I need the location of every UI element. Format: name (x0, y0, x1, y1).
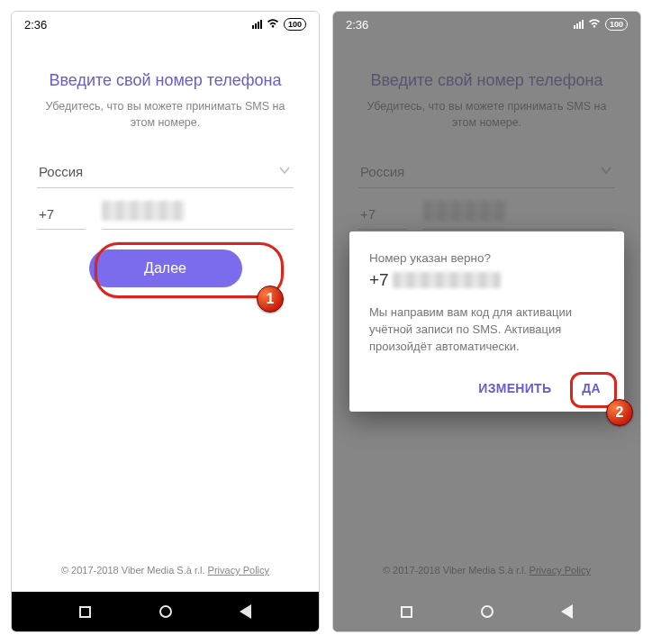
recents-icon[interactable] (401, 606, 412, 618)
page-subtitle: Убедитесь, что вы можете принимать SMS н… (358, 99, 615, 131)
footer: © 2017-2018 Viber Media S.à r.l. Privacy… (358, 565, 615, 585)
page-title: Введите свой номер телефона (37, 71, 294, 90)
country-value: Россия (39, 164, 83, 179)
status-icons: 100 (574, 18, 628, 31)
status-bar: 2:36 100 (12, 12, 319, 37)
wifi-icon (588, 18, 601, 31)
wifi-icon (267, 18, 279, 31)
redacted-number (393, 272, 501, 288)
registration-screen: Введите свой номер телефона Убедитесь, ч… (12, 37, 319, 592)
signal-icon (574, 20, 584, 29)
callout-highlight-1 (95, 242, 284, 298)
dialog-question: Номер указан верно? (369, 251, 604, 265)
home-icon[interactable] (159, 605, 172, 618)
recents-icon[interactable] (79, 606, 91, 618)
phone-input-row: +7 (37, 199, 294, 230)
privacy-policy-link[interactable]: Privacy Policy (208, 565, 269, 576)
back-icon[interactable] (240, 604, 251, 619)
dialog-prefix: +7 (369, 270, 389, 290)
country-selector[interactable]: Россия (37, 156, 294, 188)
next-button-area: Далее 1 (37, 249, 294, 287)
phone-screenshot-2: 2:36 100 Введите свой номер телефона Убе… (332, 11, 641, 632)
status-icons: 100 (252, 18, 306, 31)
phone-number-input (423, 199, 615, 230)
redacted-number (102, 201, 185, 221)
page-subtitle: Убедитесь, что вы можете принимать SMS н… (37, 99, 294, 131)
status-time: 2:36 (346, 18, 368, 32)
status-time: 2:36 (24, 18, 47, 32)
edit-button[interactable]: ИЗМЕНИТЬ (475, 376, 555, 401)
phone-number-input[interactable] (102, 199, 294, 230)
dialog-body: Мы направим вам код для активации учётно… (369, 304, 604, 356)
battery-icon: 100 (284, 18, 306, 31)
confirm-dialog: Номер указан верно? +7 Мы направим вам к… (349, 231, 624, 412)
callout-badge-1: 1 (257, 286, 284, 313)
dialog-phone-number: +7 (369, 270, 604, 290)
page-title: Введите свой номер телефона (358, 71, 615, 90)
phone-prefix: +7 (358, 199, 407, 230)
country-selector: Россия (358, 156, 615, 188)
back-icon[interactable] (561, 604, 573, 619)
status-bar: 2:36 100 (333, 12, 640, 37)
footer: © 2017-2018 Viber Media S.à r.l. Privacy… (37, 565, 294, 585)
copyright-text: © 2017-2018 Viber Media S.à r.l. (61, 565, 208, 576)
phone-screenshot-1: 2:36 100 Введите свой номер телефона Убе… (11, 11, 320, 632)
phone-input-row: +7 (358, 199, 615, 230)
chevron-down-icon (277, 163, 292, 180)
chevron-down-icon (599, 163, 613, 180)
signal-icon (252, 20, 262, 29)
android-navbar (12, 592, 319, 631)
redacted-number (423, 201, 506, 221)
country-value: Россия (360, 164, 404, 179)
dialog-actions: ИЗМЕНИТЬ ДА (369, 376, 604, 401)
copyright-text: © 2017-2018 Viber Media S.à r.l. (383, 565, 530, 576)
privacy-policy-link: Privacy Policy (530, 565, 591, 576)
battery-icon: 100 (605, 18, 628, 31)
phone-prefix: +7 (37, 199, 86, 230)
home-icon[interactable] (481, 605, 494, 618)
callout-badge-2: 2 (606, 399, 633, 426)
